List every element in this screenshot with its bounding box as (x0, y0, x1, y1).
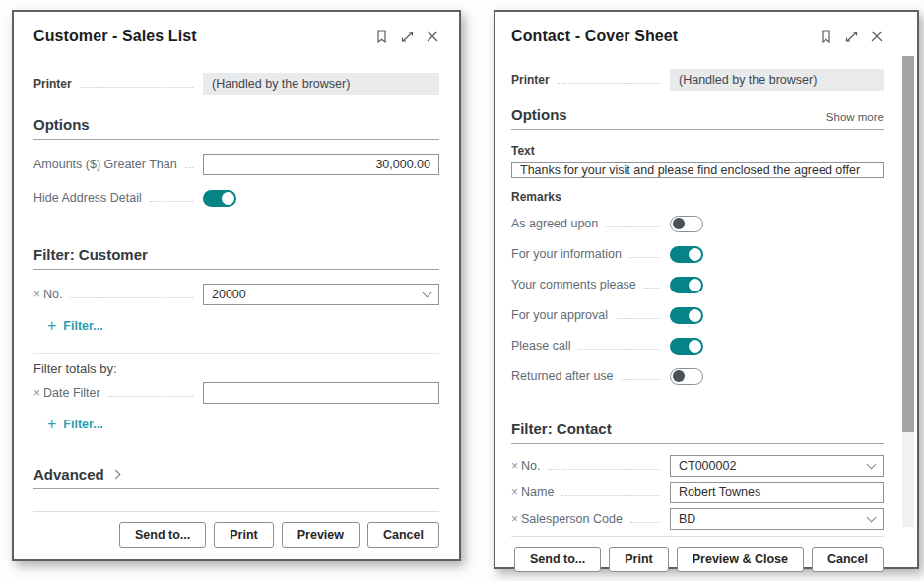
dialog-header: Customer - Sales List (33, 28, 439, 45)
customer-no-value: 20000 (212, 288, 246, 301)
date-filter-input[interactable] (203, 382, 439, 404)
add-filter-label: Filter... (63, 319, 102, 333)
remark-label: For your approval (511, 308, 608, 322)
clear-filter-icon[interactable]: × (33, 288, 40, 301)
printer-value: (Handled by the browser) (212, 77, 350, 91)
hide-address-toggle[interactable] (203, 190, 236, 207)
advanced-section-header[interactable]: Advanced (33, 466, 439, 489)
returned-after-use-toggle[interactable] (670, 368, 703, 385)
header-icons (374, 29, 439, 44)
chevron-right-icon (110, 470, 120, 480)
printer-field: (Handled by the browser) (203, 73, 439, 95)
contact-name-row: × Name Robert Townes (511, 482, 884, 503)
dialog-header: Contact - Cover Sheet (511, 28, 884, 45)
contact-no-value: CT000002 (679, 459, 736, 473)
spacer (33, 431, 439, 466)
dotted-leader (606, 220, 660, 227)
print-button[interactable]: Print (214, 522, 273, 548)
hide-address-row: Hide Address Detail (33, 187, 439, 209)
close-icon[interactable] (426, 30, 439, 43)
remark-label: Please call (511, 339, 570, 353)
contact-cover-sheet-dialog: Contact - Cover Sheet Printer (Handled b… (494, 10, 919, 569)
contact-name-input[interactable]: Robert Townes (670, 482, 884, 503)
please-call-toggle[interactable] (670, 338, 703, 355)
customer-sales-list-dialog: Customer - Sales List Printer (Handled b… (12, 10, 461, 561)
hide-address-label: Hide Address Detail (33, 191, 142, 205)
dotted-leader (558, 76, 660, 84)
section-rule (33, 269, 439, 270)
salesperson-code-select[interactable]: BD (670, 508, 884, 530)
dotted-leader (150, 194, 193, 202)
options-section-header: Options (33, 116, 439, 140)
expand-icon[interactable] (844, 30, 859, 44)
send-to-button[interactable]: Send to... (514, 547, 601, 572)
toggle-holder (670, 246, 884, 263)
for-your-information-toggle[interactable] (670, 246, 703, 263)
expand-icon[interactable] (400, 30, 415, 44)
dotted-leader (185, 161, 193, 168)
options-heading: Options (511, 106, 567, 123)
for-your-approval-toggle[interactable] (670, 307, 703, 324)
text-input[interactable]: Thanks for your visit and please find en… (511, 162, 884, 178)
dotted-leader (548, 462, 660, 470)
contact-name-label: Name (521, 485, 554, 499)
toggle-holder (670, 307, 884, 324)
header-icons (819, 29, 884, 44)
print-button[interactable]: Print (609, 547, 668, 572)
remark-row: Returned after use (511, 365, 884, 387)
filter-contact-heading: Filter: Contact (511, 420, 884, 437)
dotted-leader (108, 389, 193, 397)
dotted-leader (578, 342, 660, 350)
section-rule (33, 139, 439, 140)
remark-row: As agreed upon (511, 213, 884, 234)
salesperson-code-row: × Salesperson Code BD (511, 508, 884, 530)
contact-name-value: Robert Townes (679, 485, 760, 499)
amounts-input[interactable]: 30,000.00 (203, 154, 439, 175)
clear-filter-icon[interactable]: × (511, 512, 518, 526)
customer-no-row: × No. 20000 (33, 284, 439, 305)
show-more-link[interactable]: Show more (826, 111, 884, 123)
amounts-row: Amounts ($) Greater Than 30,000.00 (33, 154, 439, 175)
chevron-down-icon (867, 460, 877, 470)
scrollbar[interactable] (902, 56, 914, 527)
remark-label: As agreed upon (511, 217, 598, 230)
scrollbar-thumb[interactable] (902, 56, 914, 432)
contact-no-select[interactable]: CT000002 (670, 455, 884, 477)
toggle-holder (670, 368, 884, 385)
remark-row: Please call (511, 335, 884, 356)
add-totals-filter-link[interactable]: + Filter... (47, 418, 103, 431)
salesperson-code-label: Salesperson Code (521, 512, 623, 526)
date-filter-label: Date Filter (43, 386, 100, 400)
send-to-button[interactable]: Send to... (119, 522, 206, 548)
amounts-value: 30,000.00 (375, 158, 430, 171)
your-comments-please-toggle[interactable] (670, 277, 703, 293)
cancel-button[interactable]: Cancel (367, 522, 439, 548)
customer-no-select[interactable]: 20000 (203, 284, 439, 305)
remark-row: Your comments please (511, 274, 884, 295)
date-filter-row: × Date Filter (33, 382, 439, 404)
bookmark-icon[interactable] (374, 29, 389, 44)
clear-filter-icon[interactable]: × (33, 386, 40, 400)
remark-label: For your information (511, 247, 622, 261)
filter-customer-heading: Filter: Customer (33, 246, 439, 263)
cancel-button[interactable]: Cancel (812, 547, 884, 572)
preview-button[interactable]: Preview (282, 522, 360, 548)
close-icon[interactable] (870, 30, 884, 43)
toggle-holder (203, 190, 439, 207)
preview-and-close-button[interactable]: Preview & Close (677, 547, 804, 572)
add-customer-filter-link[interactable]: + Filter... (47, 319, 103, 333)
options-heading-row: Options Show more (511, 106, 884, 123)
printer-label: Printer (33, 77, 72, 91)
printer-value: (Handled by the browser) (679, 73, 817, 87)
bookmark-icon[interactable] (819, 29, 833, 44)
section-rule (511, 443, 884, 444)
advanced-heading: Advanced (33, 466, 439, 483)
amounts-label: Amounts ($) Greater Than (33, 158, 177, 171)
filter-contact-section-header: Filter: Contact (511, 420, 884, 444)
as-agreed-upon-toggle[interactable] (670, 216, 703, 232)
dotted-leader (561, 488, 660, 496)
filter-totals-heading: Filter totals by: (33, 361, 439, 376)
dotted-leader (616, 311, 660, 319)
clear-filter-icon[interactable]: × (511, 459, 518, 473)
clear-filter-icon[interactable]: × (511, 485, 518, 499)
